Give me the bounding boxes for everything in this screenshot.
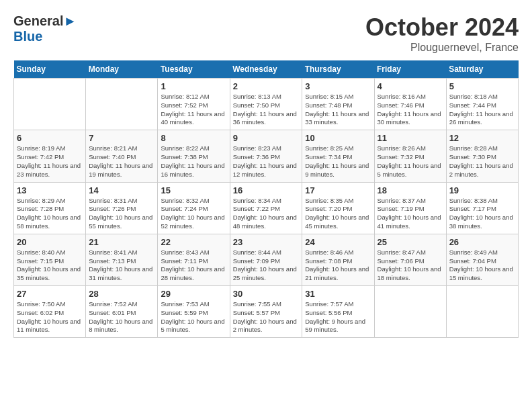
logo-text: General► Blue xyxy=(13,13,77,44)
day-header-monday: Monday xyxy=(86,60,158,79)
calendar-cell: 26Sunrise: 8:49 AM Sunset: 7:04 PM Dayli… xyxy=(446,234,518,285)
logo: General► Blue xyxy=(13,13,77,44)
day-header-tuesday: Tuesday xyxy=(158,60,230,79)
day-number: 6 xyxy=(17,133,83,143)
day-info: Sunrise: 8:31 AM Sunset: 7:26 PM Dayligh… xyxy=(89,197,154,231)
calendar-cell: 24Sunrise: 8:46 AM Sunset: 7:08 PM Dayli… xyxy=(302,234,374,285)
calendar-cell: 17Sunrise: 8:35 AM Sunset: 7:20 PM Dayli… xyxy=(302,182,374,234)
day-number: 11 xyxy=(378,133,443,143)
day-number: 13 xyxy=(17,185,83,195)
day-info: Sunrise: 8:13 AM Sunset: 7:50 PM Dayligh… xyxy=(233,93,300,127)
day-number: 15 xyxy=(161,185,226,195)
day-info: Sunrise: 8:23 AM Sunset: 7:36 PM Dayligh… xyxy=(233,144,300,179)
day-number: 21 xyxy=(89,237,154,247)
day-number: 14 xyxy=(89,185,154,195)
month-title: October 2024 xyxy=(365,13,519,42)
day-info: Sunrise: 8:46 AM Sunset: 7:08 PM Dayligh… xyxy=(305,248,371,283)
header-row: SundayMondayTuesdayWednesdayThursdayFrid… xyxy=(14,60,519,79)
calendar-cell: 12Sunrise: 8:28 AM Sunset: 7:30 PM Dayli… xyxy=(446,130,518,182)
day-number: 20 xyxy=(17,237,83,247)
day-info: Sunrise: 7:52 AM Sunset: 6:01 PM Dayligh… xyxy=(89,300,154,334)
week-row-3: 13Sunrise: 8:29 AM Sunset: 7:28 PM Dayli… xyxy=(14,182,519,234)
day-info: Sunrise: 8:16 AM Sunset: 7:46 PM Dayligh… xyxy=(378,93,443,127)
day-number: 23 xyxy=(233,237,300,247)
calendar-cell: 3Sunrise: 8:15 AM Sunset: 7:48 PM Daylig… xyxy=(302,79,374,130)
day-info: Sunrise: 7:50 AM Sunset: 6:02 PM Dayligh… xyxy=(17,300,83,334)
day-info: Sunrise: 8:37 AM Sunset: 7:19 PM Dayligh… xyxy=(378,197,443,231)
day-info: Sunrise: 8:44 AM Sunset: 7:09 PM Dayligh… xyxy=(233,248,300,283)
week-row-4: 20Sunrise: 8:40 AM Sunset: 7:15 PM Dayli… xyxy=(14,234,519,285)
calendar-cell: 22Sunrise: 8:43 AM Sunset: 7:11 PM Dayli… xyxy=(158,234,230,285)
day-info: Sunrise: 7:57 AM Sunset: 5:56 PM Dayligh… xyxy=(305,300,371,334)
calendar-cell: 23Sunrise: 8:44 AM Sunset: 7:09 PM Dayli… xyxy=(230,234,302,285)
calendar-cell: 11Sunrise: 8:26 AM Sunset: 7:32 PM Dayli… xyxy=(374,130,446,182)
day-header-saturday: Saturday xyxy=(446,60,518,79)
week-row-1: 1Sunrise: 8:12 AM Sunset: 7:52 PM Daylig… xyxy=(14,79,519,130)
calendar-cell: 19Sunrise: 8:38 AM Sunset: 7:17 PM Dayli… xyxy=(446,182,518,234)
calendar-cell xyxy=(86,79,158,130)
calendar-cell: 1Sunrise: 8:12 AM Sunset: 7:52 PM Daylig… xyxy=(158,79,230,130)
day-info: Sunrise: 8:34 AM Sunset: 7:22 PM Dayligh… xyxy=(233,197,300,231)
day-number: 22 xyxy=(161,237,226,247)
week-row-5: 27Sunrise: 7:50 AM Sunset: 6:02 PM Dayli… xyxy=(14,286,519,338)
day-info: Sunrise: 8:18 AM Sunset: 7:44 PM Dayligh… xyxy=(449,93,515,127)
day-number: 5 xyxy=(449,81,515,91)
calendar-cell: 13Sunrise: 8:29 AM Sunset: 7:28 PM Dayli… xyxy=(14,182,86,234)
day-info: Sunrise: 8:28 AM Sunset: 7:30 PM Dayligh… xyxy=(449,144,515,179)
day-info: Sunrise: 8:47 AM Sunset: 7:06 PM Dayligh… xyxy=(378,248,443,283)
calendar-cell xyxy=(374,286,446,338)
day-info: Sunrise: 8:22 AM Sunset: 7:38 PM Dayligh… xyxy=(161,144,226,179)
day-number: 26 xyxy=(449,237,515,247)
calendar-cell: 29Sunrise: 7:53 AM Sunset: 5:59 PM Dayli… xyxy=(158,286,230,338)
day-info: Sunrise: 8:38 AM Sunset: 7:17 PM Dayligh… xyxy=(449,197,515,231)
day-number: 12 xyxy=(449,133,515,143)
calendar-cell: 9Sunrise: 8:23 AM Sunset: 7:36 PM Daylig… xyxy=(230,130,302,182)
day-number: 27 xyxy=(17,289,83,299)
calendar-cell: 5Sunrise: 8:18 AM Sunset: 7:44 PM Daylig… xyxy=(446,79,518,130)
calendar-cell: 6Sunrise: 8:19 AM Sunset: 7:42 PM Daylig… xyxy=(14,130,86,182)
title-block: October 2024 Plouguernevel, France xyxy=(365,13,519,54)
calendar-cell: 10Sunrise: 8:25 AM Sunset: 7:34 PM Dayli… xyxy=(302,130,374,182)
day-header-sunday: Sunday xyxy=(14,60,86,79)
day-info: Sunrise: 8:43 AM Sunset: 7:11 PM Dayligh… xyxy=(161,248,226,283)
calendar-cell: 2Sunrise: 8:13 AM Sunset: 7:50 PM Daylig… xyxy=(230,79,302,130)
page-header: General► Blue October 2024 Plouguernevel… xyxy=(13,13,519,54)
day-info: Sunrise: 8:25 AM Sunset: 7:34 PM Dayligh… xyxy=(305,144,371,179)
day-number: 9 xyxy=(233,133,300,143)
day-number: 19 xyxy=(449,185,515,195)
day-info: Sunrise: 8:32 AM Sunset: 7:24 PM Dayligh… xyxy=(161,197,226,231)
calendar-cell: 7Sunrise: 8:21 AM Sunset: 7:40 PM Daylig… xyxy=(86,130,158,182)
day-number: 8 xyxy=(161,133,226,143)
day-number: 25 xyxy=(378,237,443,247)
day-number: 31 xyxy=(305,289,371,299)
day-info: Sunrise: 8:49 AM Sunset: 7:04 PM Dayligh… xyxy=(449,248,515,283)
day-header-thursday: Thursday xyxy=(302,60,374,79)
calendar-cell: 28Sunrise: 7:52 AM Sunset: 6:01 PM Dayli… xyxy=(86,286,158,338)
day-info: Sunrise: 8:21 AM Sunset: 7:40 PM Dayligh… xyxy=(89,144,154,179)
day-number: 18 xyxy=(378,185,443,195)
day-info: Sunrise: 8:35 AM Sunset: 7:20 PM Dayligh… xyxy=(305,197,371,231)
week-row-2: 6Sunrise: 8:19 AM Sunset: 7:42 PM Daylig… xyxy=(14,130,519,182)
day-number: 4 xyxy=(378,81,443,91)
calendar-cell: 15Sunrise: 8:32 AM Sunset: 7:24 PM Dayli… xyxy=(158,182,230,234)
calendar-cell: 31Sunrise: 7:57 AM Sunset: 5:56 PM Dayli… xyxy=(302,286,374,338)
location-title: Plouguernevel, France xyxy=(365,42,519,54)
day-info: Sunrise: 8:15 AM Sunset: 7:48 PM Dayligh… xyxy=(305,93,371,127)
day-number: 1 xyxy=(161,81,226,91)
day-number: 10 xyxy=(305,133,371,143)
day-info: Sunrise: 8:29 AM Sunset: 7:28 PM Dayligh… xyxy=(17,197,83,231)
day-info: Sunrise: 8:12 AM Sunset: 7:52 PM Dayligh… xyxy=(161,93,226,127)
day-info: Sunrise: 8:26 AM Sunset: 7:32 PM Dayligh… xyxy=(378,144,443,179)
day-number: 2 xyxy=(233,81,300,91)
calendar-cell: 27Sunrise: 7:50 AM Sunset: 6:02 PM Dayli… xyxy=(14,286,86,338)
day-number: 7 xyxy=(89,133,154,143)
calendar-cell: 25Sunrise: 8:47 AM Sunset: 7:06 PM Dayli… xyxy=(374,234,446,285)
logo-blue-text: ► xyxy=(63,13,77,28)
day-number: 24 xyxy=(305,237,371,247)
calendar-table: SundayMondayTuesdayWednesdayThursdayFrid… xyxy=(13,60,519,338)
day-header-friday: Friday xyxy=(374,60,446,79)
day-info: Sunrise: 7:55 AM Sunset: 5:57 PM Dayligh… xyxy=(233,300,300,334)
day-number: 28 xyxy=(89,289,154,299)
day-info: Sunrise: 8:40 AM Sunset: 7:15 PM Dayligh… xyxy=(17,248,83,283)
logo-general: General xyxy=(13,13,63,28)
